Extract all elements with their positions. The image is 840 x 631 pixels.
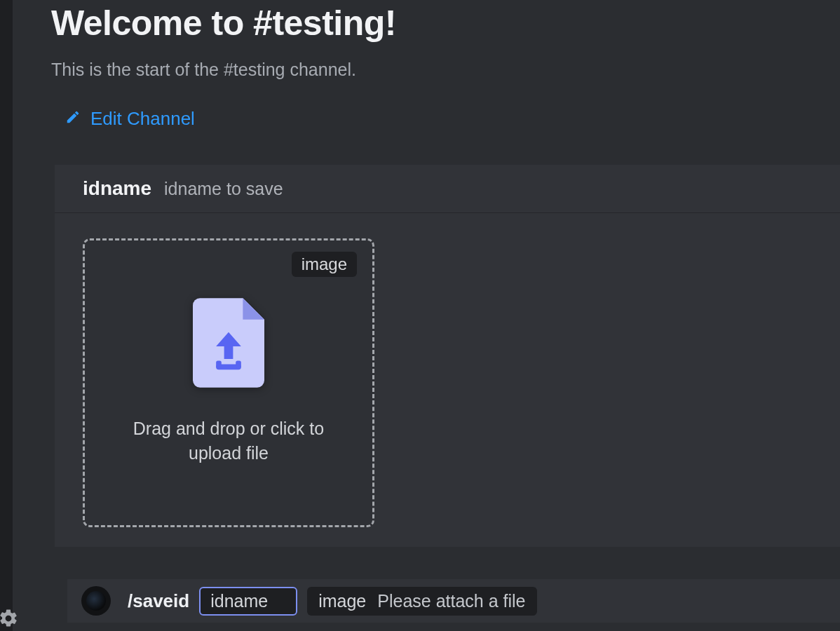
slash-command-name: /saveid [128, 590, 189, 612]
command-arg-image[interactable]: image Please attach a file [307, 587, 536, 616]
edit-channel-label: Edit Channel [90, 108, 195, 130]
settings-button[interactable] [0, 606, 22, 631]
svg-rect-1 [216, 361, 222, 368]
command-arg-idname[interactable]: idname [199, 587, 297, 616]
edit-channel-button[interactable]: Edit Channel [65, 108, 195, 130]
command-option-description: idname to save [164, 179, 283, 199]
channel-view: Welcome to #testing! This is the start o… [0, 0, 840, 631]
svg-rect-2 [236, 361, 241, 368]
attachment-area: image Drag and drop or click to upload f… [55, 213, 840, 547]
bot-avatar[interactable] [81, 586, 111, 616]
command-option-header[interactable]: idname idname to save [55, 165, 840, 213]
command-arg-image-label: image [318, 591, 366, 611]
gear-icon [0, 608, 19, 631]
command-autocomplete-panel: idname idname to save image Drag and dro… [55, 165, 840, 547]
file-dropzone[interactable]: image Drag and drop or click to upload f… [83, 238, 374, 527]
message-input-row: /saveid idname image Please attach a fil… [67, 579, 840, 623]
pencil-icon [65, 108, 81, 130]
channel-welcome-subtitle: This is the start of the #testing channe… [51, 60, 812, 80]
command-arg-idname-value: idname [210, 591, 268, 611]
channel-intro: Welcome to #testing! This is the start o… [13, 0, 840, 130]
upload-file-icon [193, 297, 264, 388]
command-option-name: idname [83, 177, 151, 200]
dropzone-instruction-text: Drag and drop or click to upload file [114, 416, 344, 466]
dropzone-param-tag: image [292, 252, 357, 277]
channel-welcome-title: Welcome to #testing! [51, 0, 812, 43]
command-arg-image-placeholder: Please attach a file [377, 591, 525, 611]
